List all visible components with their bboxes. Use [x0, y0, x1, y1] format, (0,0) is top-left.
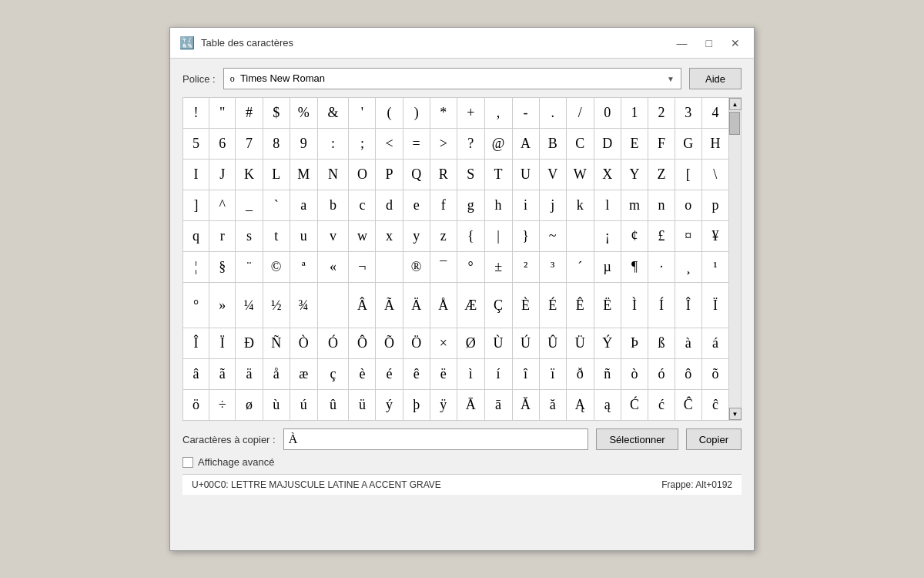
char-cell[interactable]: ó	[648, 359, 675, 390]
char-cell[interactable]: {	[457, 221, 484, 252]
char-cell[interactable]: ¹	[701, 252, 728, 283]
char-cell[interactable]: D	[594, 129, 621, 160]
char-cell[interactable]: °	[183, 283, 209, 328]
char-cell[interactable]: U	[512, 160, 539, 190]
char-cell[interactable]: \	[701, 160, 728, 190]
char-cell[interactable]: £	[648, 221, 675, 252]
char-cell[interactable]: j	[539, 190, 566, 221]
char-cell[interactable]: 4	[701, 98, 728, 129]
char-cell[interactable]: §	[209, 252, 236, 283]
char-cell[interactable]: ·	[648, 252, 675, 283]
char-cell[interactable]: Ç	[484, 283, 512, 328]
char-cell[interactable]: ­	[376, 252, 403, 283]
char-cell[interactable]: à	[675, 328, 701, 359]
char-cell[interactable]: µ	[594, 252, 621, 283]
char-cell[interactable]: !	[183, 98, 209, 129]
char-cell[interactable]: S	[457, 160, 484, 190]
char-cell[interactable]: ð	[566, 359, 594, 390]
char-cell[interactable]: ¦	[183, 252, 209, 283]
char-cell[interactable]: }	[512, 221, 539, 252]
char-cell[interactable]: <	[376, 129, 403, 160]
char-cell[interactable]: O	[349, 160, 376, 190]
char-cell[interactable]: N	[317, 160, 349, 190]
char-cell[interactable]: í	[484, 359, 512, 390]
char-cell[interactable]: ¢	[621, 221, 648, 252]
char-cell[interactable]: u	[290, 221, 317, 252]
char-cell[interactable]: Z	[648, 160, 675, 190]
char-cell[interactable]: 0	[594, 98, 621, 129]
char-cell[interactable]: b	[317, 190, 349, 221]
char-cell[interactable]: "	[209, 98, 236, 129]
char-cell[interactable]: ¸	[675, 252, 701, 283]
minimize-button[interactable]: —	[672, 35, 692, 51]
char-cell[interactable]: @	[484, 129, 512, 160]
char-cell[interactable]: :	[317, 129, 349, 160]
char-cell[interactable]: T	[484, 160, 512, 190]
char-cell[interactable]: Ā	[457, 390, 484, 421]
char-cell[interactable]: è	[349, 359, 376, 390]
char-cell[interactable]: Ø	[457, 328, 484, 359]
char-cell[interactable]: Þ	[621, 328, 648, 359]
char-cell[interactable]: s	[236, 221, 263, 252]
char-cell[interactable]: ³	[539, 252, 566, 283]
char-cell[interactable]: Ĉ	[675, 390, 701, 421]
char-cell[interactable]: ~	[539, 221, 566, 252]
char-cell[interactable]: ?	[457, 129, 484, 160]
char-cell[interactable]: ù	[263, 390, 290, 421]
char-cell[interactable]: Q	[403, 160, 430, 190]
char-cell[interactable]: ë	[430, 359, 457, 390]
char-cell[interactable]: >	[430, 129, 457, 160]
char-cell[interactable]: Ý	[594, 328, 621, 359]
char-cell[interactable]: Ò	[290, 328, 317, 359]
char-cell[interactable]	[566, 221, 594, 252]
char-cell[interactable]: Ö	[403, 328, 430, 359]
char-cell[interactable]: L	[263, 160, 290, 190]
help-button[interactable]: Aide	[689, 68, 742, 89]
char-cell[interactable]: t	[263, 221, 290, 252]
char-cell[interactable]: ¼	[236, 283, 263, 328]
char-cell[interactable]: ú	[290, 390, 317, 421]
char-cell[interactable]: û	[317, 390, 349, 421]
char-cell[interactable]: ý	[376, 390, 403, 421]
char-cell[interactable]: 5	[183, 129, 209, 160]
char-cell[interactable]: ÷	[209, 390, 236, 421]
char-cell[interactable]: Ü	[566, 328, 594, 359]
char-cell[interactable]: X	[594, 160, 621, 190]
char-cell[interactable]: Æ	[457, 283, 484, 328]
char-cell[interactable]: .	[539, 98, 566, 129]
char-cell[interactable]: n	[648, 190, 675, 221]
char-cell[interactable]: ĉ	[701, 390, 728, 421]
advanced-checkbox[interactable]	[182, 457, 193, 468]
char-cell[interactable]: [	[675, 160, 701, 190]
char-cell[interactable]: ×	[430, 328, 457, 359]
char-cell[interactable]: ć	[648, 390, 675, 421]
char-cell[interactable]: ñ	[594, 359, 621, 390]
char-cell[interactable]: m	[621, 190, 648, 221]
char-cell[interactable]: Â	[349, 283, 376, 328]
char-cell[interactable]: 8	[263, 129, 290, 160]
char-cell[interactable]: Õ	[376, 328, 403, 359]
char-cell[interactable]: |	[484, 221, 512, 252]
select-button[interactable]: Sélectionner	[596, 428, 678, 450]
char-cell[interactable]: /	[566, 98, 594, 129]
char-cell[interactable]: I	[183, 160, 209, 190]
char-cell[interactable]: (	[376, 98, 403, 129]
char-cell[interactable]: Û	[539, 328, 566, 359]
char-cell[interactable]: y	[403, 221, 430, 252]
char-cell[interactable]: ¡	[594, 221, 621, 252]
char-cell[interactable]: Ê	[566, 283, 594, 328]
char-cell[interactable]: 3	[675, 98, 701, 129]
char-cell[interactable]: 1	[621, 98, 648, 129]
char-cell[interactable]: ²	[512, 252, 539, 283]
char-cell[interactable]: È	[512, 283, 539, 328]
selected-char-large[interactable]: À	[317, 283, 349, 328]
char-cell[interactable]: Ä	[403, 283, 430, 328]
char-cell[interactable]: ®	[403, 252, 430, 283]
char-cell[interactable]: ï	[539, 359, 566, 390]
char-cell[interactable]: G	[675, 129, 701, 160]
char-cell[interactable]: f	[430, 190, 457, 221]
char-cell[interactable]: ô	[675, 359, 701, 390]
char-cell[interactable]: á	[701, 328, 728, 359]
char-cell[interactable]: ò	[621, 359, 648, 390]
char-cell[interactable]: p	[701, 190, 728, 221]
